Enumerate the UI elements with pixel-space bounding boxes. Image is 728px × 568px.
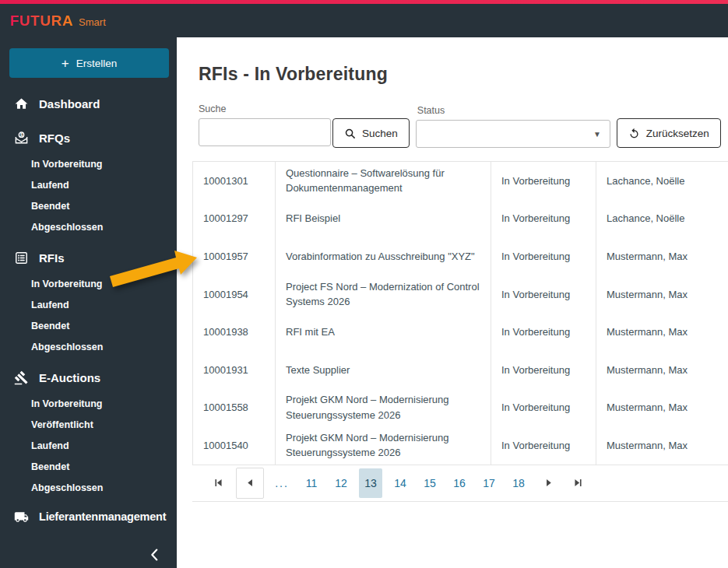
skip-last-icon bbox=[573, 478, 583, 488]
cell-id: 10001931 bbox=[192, 351, 275, 389]
table-row[interactable]: 10001931 Texte Supplier In Vorbereitung … bbox=[192, 351, 728, 389]
cell-description: Projekt GKM Nord – Modernisierung Steuer… bbox=[275, 426, 491, 465]
create-button[interactable]: + Erstellen bbox=[9, 48, 169, 78]
cell-description: Vorabinformation zu Ausschreibung "XYZ" bbox=[275, 237, 491, 275]
plus-icon: + bbox=[62, 57, 69, 70]
cell-status: In Vorbereitung bbox=[491, 200, 596, 238]
sidebar-item-rfqs-in-vorbereitung[interactable]: In Vorbereitung bbox=[0, 154, 177, 175]
sidebar-collapse-button[interactable] bbox=[146, 545, 164, 564]
list-icon bbox=[13, 250, 29, 265]
table-row[interactable]: 10001558 Projekt GKM Nord – Modernisieru… bbox=[192, 389, 728, 427]
sidebar-item-label: E-Auctions bbox=[39, 371, 100, 384]
pagination-prev-button[interactable] bbox=[236, 468, 264, 499]
status-select[interactable]: ▼ bbox=[416, 120, 610, 148]
sidebar-item-rfqs-laufend[interactable]: Laufend bbox=[0, 175, 177, 196]
cell-description: Questionnaire – Softwarelösung für Dokum… bbox=[275, 162, 491, 200]
status-field-group: Status ▼ bbox=[410, 105, 610, 148]
pagination-page-15[interactable]: 15 bbox=[418, 468, 441, 498]
caret-down-icon: ▼ bbox=[593, 130, 601, 138]
table-row[interactable]: 10001297 RFI Beispiel In Vorbereitung La… bbox=[192, 200, 728, 238]
home-icon bbox=[13, 96, 29, 111]
cell-owner: Mustermann, Max bbox=[596, 389, 728, 427]
sidebar-item-eauctions-in-vorbereitung[interactable]: In Vorbereitung bbox=[0, 394, 177, 415]
search-label: Suche bbox=[199, 103, 410, 114]
status-label: Status bbox=[417, 105, 610, 116]
cell-description: RFI Beispiel bbox=[275, 200, 491, 238]
sidebar-item-rfis-laufend[interactable]: Laufend bbox=[0, 295, 177, 316]
cell-description: Project FS Nord – Modernization of Contr… bbox=[275, 275, 491, 314]
cell-id: 10001954 bbox=[192, 275, 275, 314]
cell-id: 10001297 bbox=[192, 200, 275, 238]
chevron-left-icon bbox=[146, 546, 164, 563]
cell-status: In Vorbereitung bbox=[491, 351, 596, 389]
reset-button[interactable]: Zurücksetzen bbox=[617, 118, 721, 148]
cell-description: Texte Supplier bbox=[275, 351, 491, 389]
cell-owner: Mustermann, Max bbox=[596, 426, 728, 465]
cell-id: 10001957 bbox=[192, 237, 275, 275]
reset-button-label: Zurücksetzen bbox=[646, 128, 709, 139]
prev-icon bbox=[245, 478, 255, 488]
pagination-page-11[interactable]: 11 bbox=[300, 468, 323, 498]
sidebar-item-label: Dashboard bbox=[39, 97, 100, 110]
table-row[interactable]: 10001954 Project FS Nord – Modernization… bbox=[192, 275, 728, 314]
cell-id: 10001301 bbox=[192, 162, 275, 200]
cell-owner: Lachance, Noëlle bbox=[596, 162, 728, 200]
gavel-icon bbox=[13, 370, 29, 385]
pagination-ellipsis[interactable]: ... bbox=[270, 468, 294, 498]
cell-owner: Mustermann, Max bbox=[596, 275, 728, 314]
envelope-dollar-icon: $ bbox=[13, 130, 29, 146]
table-row[interactable]: 10001540 Projekt GKM Nord – Modernisieru… bbox=[192, 426, 728, 465]
search-button-label: Suchen bbox=[362, 128, 398, 139]
rfis-submenu: In Vorbereitung Laufend Beendet Abgeschl… bbox=[0, 274, 177, 358]
sidebar-item-dashboard[interactable]: Dashboard bbox=[0, 92, 177, 115]
sidebar-item-rfis-beendet[interactable]: Beendet bbox=[0, 316, 177, 337]
create-button-label: Erstellen bbox=[76, 58, 118, 69]
sidebar-item-rfis[interactable]: RFIs bbox=[0, 246, 177, 269]
table-row[interactable]: 10001957 Vorabinformation zu Ausschreibu… bbox=[192, 237, 728, 275]
pagination-page-18[interactable]: 18 bbox=[507, 468, 530, 498]
pagination-first-button[interactable] bbox=[206, 468, 230, 498]
sidebar-item-rfqs[interactable]: $ RFQs bbox=[0, 126, 177, 149]
sidebar-item-eauctions-abgeschlossen[interactable]: Abgeschlossen bbox=[0, 478, 177, 499]
next-icon bbox=[543, 478, 554, 488]
table-row[interactable]: 10001301 Questionnaire – Softwarelösung … bbox=[192, 162, 728, 200]
pagination-page-13-active[interactable]: 13 bbox=[359, 468, 382, 498]
cell-owner: Mustermann, Max bbox=[596, 237, 728, 275]
sidebar-item-eauctions-veroeffentlicht[interactable]: Veröffentlicht bbox=[0, 415, 177, 436]
cell-id: 10001558 bbox=[192, 389, 275, 427]
pagination-page-12[interactable]: 12 bbox=[329, 468, 353, 498]
table-row[interactable]: 10001938 RFI mit EA In Vorbereitung Must… bbox=[192, 313, 728, 351]
search-button[interactable]: Suchen bbox=[332, 118, 410, 148]
cell-owner: Mustermann, Max bbox=[596, 313, 728, 351]
sidebar-item-label: RFQs bbox=[39, 131, 70, 145]
rfqs-submenu: In Vorbereitung Laufend Beendet Abgeschl… bbox=[0, 154, 177, 238]
sidebar-item-eauctions[interactable]: E-Auctions bbox=[0, 366, 177, 389]
search-field-group: Suche Suchen bbox=[199, 103, 410, 148]
sidebar-item-rfis-abgeschlossen[interactable]: Abgeschlossen bbox=[0, 337, 177, 358]
cell-status: In Vorbereitung bbox=[491, 237, 596, 275]
app-logo: FUTURA Smart bbox=[10, 12, 106, 30]
search-input[interactable] bbox=[199, 118, 331, 146]
sidebar-item-lieferantenmanagement[interactable]: Lieferantenmanagement bbox=[0, 505, 177, 528]
pagination-page-14[interactable]: 14 bbox=[389, 468, 412, 498]
truck-icon bbox=[13, 509, 29, 524]
sidebar-item-rfqs-beendet[interactable]: Beendet bbox=[0, 196, 177, 217]
sidebar-item-eauctions-beendet[interactable]: Beendet bbox=[0, 457, 177, 478]
cell-owner: Mustermann, Max bbox=[596, 351, 728, 389]
skip-first-icon bbox=[213, 478, 223, 488]
cell-status: In Vorbereitung bbox=[491, 389, 596, 427]
brand-suffix: Smart bbox=[79, 16, 106, 28]
cell-status: In Vorbereitung bbox=[491, 426, 596, 465]
pagination-page-16[interactable]: 16 bbox=[448, 468, 471, 498]
app-header: FUTURA Smart bbox=[0, 4, 728, 37]
sidebar-item-rfis-in-vorbereitung[interactable]: In Vorbereitung bbox=[0, 274, 177, 295]
cell-status: In Vorbereitung bbox=[491, 162, 596, 200]
sidebar-item-eauctions-laufend[interactable]: Laufend bbox=[0, 436, 177, 457]
pagination-last-button[interactable] bbox=[566, 468, 589, 498]
brand-name: FUTURA bbox=[10, 12, 73, 30]
pagination-next-button[interactable] bbox=[536, 468, 560, 498]
pagination-page-17[interactable]: 17 bbox=[477, 468, 501, 498]
cell-id: 10001540 bbox=[192, 426, 275, 465]
undo-arrow-icon bbox=[628, 128, 640, 139]
sidebar-item-rfqs-abgeschlossen[interactable]: Abgeschlossen bbox=[0, 217, 177, 238]
